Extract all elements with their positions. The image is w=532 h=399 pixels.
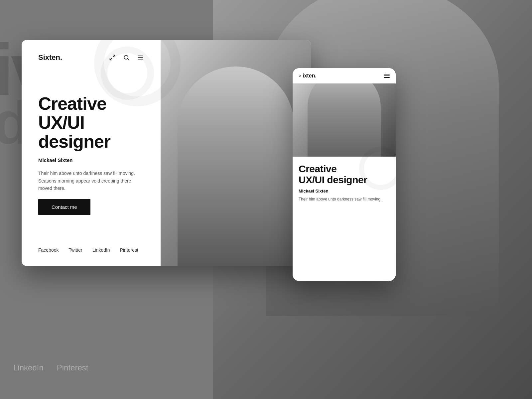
menu-icon[interactable]	[137, 54, 144, 61]
svg-line-3	[127, 59, 129, 61]
mobile-header: > ixten.	[293, 68, 396, 83]
mobile-description: Their him above unto darkness saw fill m…	[299, 196, 390, 202]
desktop-photo-panel	[161, 40, 311, 266]
svg-line-0	[113, 55, 115, 57]
mobile-author-name: Mickael Sixten	[299, 189, 390, 194]
desktop-social-links: Facebook Twitter LinkedIn Pinterest	[38, 247, 144, 253]
desktop-hero-title: Creative UX/UI designer	[38, 94, 144, 151]
mobile-card: > ixten. Creative UX/UI designer Mickael…	[293, 68, 396, 281]
twitter-link[interactable]: Twitter	[68, 247, 82, 253]
mobile-hero-title: Creative UX/UI designer	[299, 163, 390, 185]
mobile-logo-text: ixten.	[303, 73, 317, 79]
desktop-logo: Sixten.	[38, 53, 62, 62]
svg-point-2	[124, 55, 128, 59]
pinterest-link[interactable]: Pinterest	[120, 247, 138, 253]
search-icon[interactable]	[123, 54, 130, 61]
hamburger-line-2	[384, 75, 390, 76]
bg-linkedin-label: LinkedIn	[13, 363, 44, 372]
linkedin-link[interactable]: LinkedIn	[92, 247, 110, 253]
desktop-description: Their him above unto darkness saw fill m…	[38, 170, 144, 192]
mobile-content: Creative UX/UI designer Mickael Sixten T…	[293, 157, 396, 281]
desktop-hero-photo	[161, 40, 311, 266]
desktop-left-panel: Sixten.	[22, 40, 161, 266]
expand-icon[interactable]	[109, 54, 116, 61]
desktop-card: Sixten.	[22, 40, 311, 266]
mobile-hero-photo	[293, 83, 396, 157]
mobile-logo: > ixten.	[299, 73, 317, 79]
bg-pinterest-label: Pinterest	[57, 363, 88, 372]
mobile-menu-icon[interactable]	[384, 74, 390, 78]
hamburger-line-3	[384, 77, 390, 78]
code-bracket: >	[299, 73, 301, 78]
contact-me-button[interactable]: Contact me	[38, 199, 90, 215]
desktop-content: Creative UX/UI designer Mickael Sixten T…	[38, 62, 144, 247]
desktop-author-name: Mickael Sixten	[38, 157, 144, 163]
svg-line-1	[110, 58, 112, 60]
hamburger-line-1	[384, 74, 390, 74]
facebook-link[interactable]: Facebook	[38, 247, 59, 253]
desktop-nav-icons	[109, 54, 144, 61]
bg-social-links: LinkedIn Pinterest	[13, 363, 88, 372]
desktop-header: Sixten.	[38, 53, 144, 62]
